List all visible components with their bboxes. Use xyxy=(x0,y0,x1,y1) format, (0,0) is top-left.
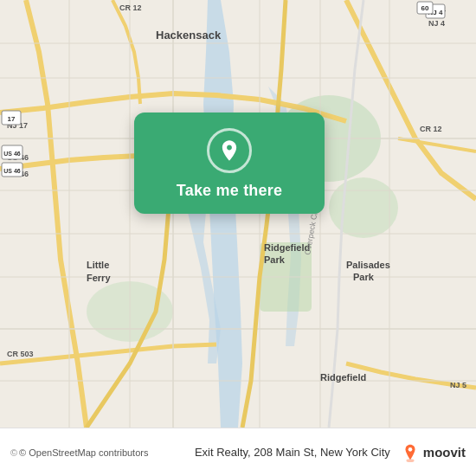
svg-text:Ferry: Ferry xyxy=(87,273,111,283)
map-container: Hackensack Little Ferry Ridgefield Park … xyxy=(0,0,476,428)
bottom-bar: © © OpenStreetMap contributors Exit Real… xyxy=(0,428,476,476)
moovit-logo: moovit xyxy=(401,443,466,462)
svg-text:Palisades: Palisades xyxy=(346,260,390,270)
take-me-card[interactable]: Take me there xyxy=(134,113,325,214)
take-me-label: Take me there xyxy=(177,182,282,200)
svg-text:Park: Park xyxy=(353,272,375,282)
moovit-text: moovit xyxy=(423,445,466,460)
copyright-icon: © xyxy=(10,447,17,458)
svg-text:Hackensack: Hackensack xyxy=(156,29,222,42)
svg-text:Little: Little xyxy=(87,260,109,270)
svg-text:17: 17 xyxy=(8,115,16,123)
svg-text:NJ 5: NJ 5 xyxy=(450,381,466,389)
svg-text:NJ 4: NJ 4 xyxy=(428,19,445,28)
attribution-text: © OpenStreetMap contributors xyxy=(19,447,188,458)
svg-text:US 46: US 46 xyxy=(3,151,21,157)
location-icon xyxy=(207,128,252,173)
address-text: Exit Realty, 208 Main St, New York City xyxy=(195,446,390,459)
svg-point-49 xyxy=(408,447,413,452)
svg-text:60: 60 xyxy=(421,4,429,12)
svg-text:Park: Park xyxy=(264,254,286,265)
svg-text:CR 503: CR 503 xyxy=(7,350,34,358)
svg-text:CR 12: CR 12 xyxy=(119,3,142,12)
moovit-pin-icon xyxy=(401,443,420,462)
svg-point-2 xyxy=(329,177,398,238)
attribution-label: © OpenStreetMap contributors xyxy=(19,447,148,458)
svg-text:CR 12: CR 12 xyxy=(420,125,442,133)
svg-text:US 46: US 46 xyxy=(3,168,21,174)
svg-text:Ridgefield: Ridgefield xyxy=(320,372,366,383)
